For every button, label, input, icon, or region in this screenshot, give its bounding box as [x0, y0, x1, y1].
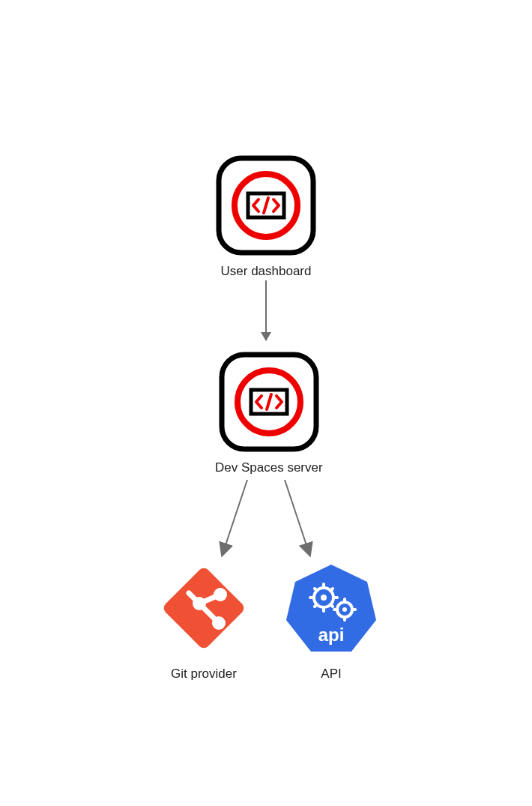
node-dev-spaces-server: Dev Spaces server: [215, 351, 323, 475]
svg-line-25: [315, 604, 317, 607]
svg-point-13: [193, 597, 206, 610]
architecture-diagram: User dashboard Dev Spaces server: [0, 0, 532, 806]
api-badge-text: api: [318, 625, 345, 645]
devspaces-icon: [218, 351, 320, 456]
node-label: Dev Spaces server: [215, 460, 323, 475]
svg-line-9: [285, 480, 309, 552]
kubernetes-api-icon: api: [280, 557, 382, 662]
node-user-dashboard: User dashboard: [215, 154, 317, 279]
node-git-provider: Git provider: [153, 557, 255, 682]
node-label: API: [321, 667, 341, 682]
svg-point-18: [321, 595, 327, 601]
svg-line-23: [315, 589, 317, 591]
svg-line-8: [223, 480, 247, 552]
svg-point-15: [212, 616, 226, 630]
arrow-user-to-server: [265, 280, 267, 340]
node-label: User dashboard: [221, 264, 312, 279]
svg-line-26: [330, 589, 333, 591]
node-api: api API: [280, 557, 382, 682]
svg-point-14: [214, 588, 227, 601]
svg-point-28: [342, 607, 347, 612]
git-icon: [153, 557, 255, 662]
svg-line-24: [330, 604, 333, 607]
devspaces-icon: [215, 154, 317, 259]
node-label: Git provider: [171, 667, 237, 682]
